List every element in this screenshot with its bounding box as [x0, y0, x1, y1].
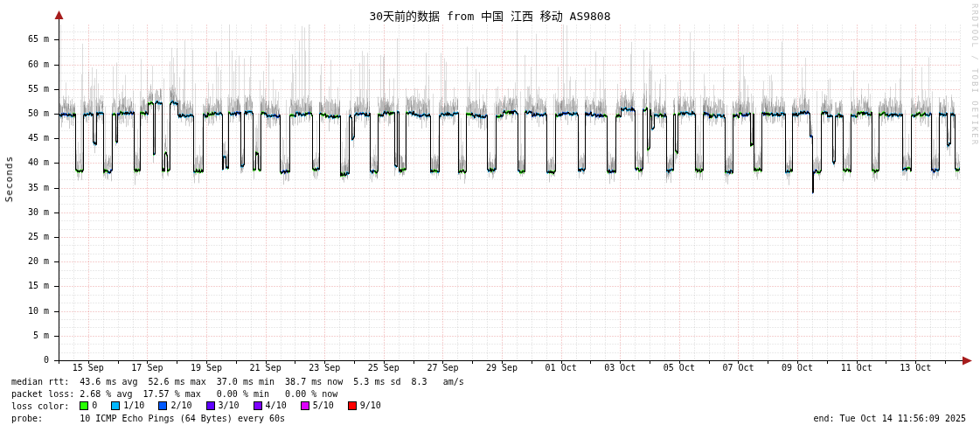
- rrdtool-watermark: RRDTOOL / TOBI OETIKER: [970, 3, 979, 146]
- loss-legend-item: 9/10: [348, 400, 381, 412]
- x-tick-label: 15 Sep: [62, 363, 115, 373]
- median-rtt-row: median rtt: 43.6 ms avg 52.6 ms max 37.0…: [11, 376, 464, 388]
- loss-color-value: 0: [92, 400, 97, 412]
- x-tick-label: 25 Sep: [358, 363, 410, 373]
- stats-footer: median rtt: 43.6 ms avg 52.6 ms max 37.0…: [11, 376, 464, 425]
- x-tick-label: 17 Sep: [121, 363, 173, 373]
- y-tick-label: 30 m: [19, 207, 49, 218]
- loss-color-row: loss color: 01/102/103/104/105/109/10: [11, 401, 464, 413]
- loss-color-label: loss color:: [11, 401, 80, 413]
- loss-legend-item: 1/10: [111, 400, 144, 412]
- y-tick-label: 0: [19, 355, 49, 366]
- smokeping-latency-graph: 30天前的数据 from 中国 江西 移动 AS9808 RRDTOOL / T…: [0, 0, 980, 432]
- x-tick-label: 19 Sep: [180, 363, 233, 373]
- loss-color-swatch: [254, 401, 262, 410]
- chart-title: 30天前的数据 from 中国 江西 移动 AS9808: [0, 7, 980, 24]
- loss-legend-item: 5/10: [301, 400, 334, 412]
- loss-color-value: 9/10: [360, 400, 381, 412]
- loss-color-value: 3/10: [219, 400, 240, 412]
- x-tick-label: 23 Sep: [298, 363, 351, 373]
- y-axis-title: Seconds: [3, 156, 15, 202]
- loss-color-swatch: [348, 401, 357, 410]
- y-tick-label: 10 m: [19, 306, 49, 317]
- loss-color-value: 4/10: [266, 400, 287, 412]
- loss-color-swatch: [206, 401, 215, 410]
- loss-color-swatch: [158, 401, 167, 410]
- y-tick-label: 45 m: [19, 133, 49, 143]
- loss-legend-item: 0: [80, 400, 97, 412]
- y-tick-label: 25 m: [19, 232, 49, 242]
- x-tick-label: 13 Oct: [889, 363, 942, 373]
- y-tick-label: 35 m: [19, 183, 49, 193]
- x-tick-label: 29 Sep: [476, 363, 528, 373]
- loss-legend-items: 01/102/103/104/105/109/10: [80, 400, 395, 414]
- loss-legend-item: 3/10: [206, 400, 240, 412]
- y-tick-label: 60 m: [19, 59, 49, 70]
- loss-color-swatch: [111, 401, 120, 410]
- y-tick-label: 55 m: [19, 84, 49, 94]
- end-timestamp: end: Tue Oct 14 11:56:09 2025: [813, 413, 966, 425]
- x-tick-label: 05 Oct: [653, 363, 705, 373]
- loss-color-value: 2/10: [170, 400, 191, 412]
- y-tick-label: 15 m: [19, 281, 49, 291]
- y-tick-label: 65 m: [19, 34, 49, 45]
- y-tick-label: 20 m: [19, 256, 49, 267]
- x-tick-label: 09 Oct: [771, 363, 824, 373]
- loss-color-swatch: [301, 401, 309, 410]
- x-tick-label: 21 Sep: [240, 363, 292, 373]
- x-tick-label: 07 Oct: [712, 363, 764, 373]
- y-tick-label: 40 m: [19, 157, 49, 168]
- x-tick-label: 11 Oct: [831, 363, 883, 373]
- x-tick-label: 27 Sep: [416, 363, 469, 373]
- packet-loss-row: packet loss: 2.68 % avg 17.57 % max 0.00…: [11, 388, 464, 401]
- loss-legend-item: 4/10: [254, 400, 287, 412]
- x-tick-label: 01 Oct: [535, 363, 587, 373]
- y-tick-label: 5 m: [19, 331, 49, 341]
- y-tick-label: 50 m: [19, 108, 49, 119]
- loss-legend-item: 2/10: [158, 400, 191, 412]
- probe-row: probe: 10 ICMP Echo Pings (64 Bytes) eve…: [11, 413, 464, 425]
- x-tick-label: 03 Oct: [594, 363, 646, 373]
- loss-color-value: 1/10: [123, 400, 144, 412]
- loss-color-swatch: [80, 401, 88, 410]
- loss-color-value: 5/10: [313, 400, 334, 412]
